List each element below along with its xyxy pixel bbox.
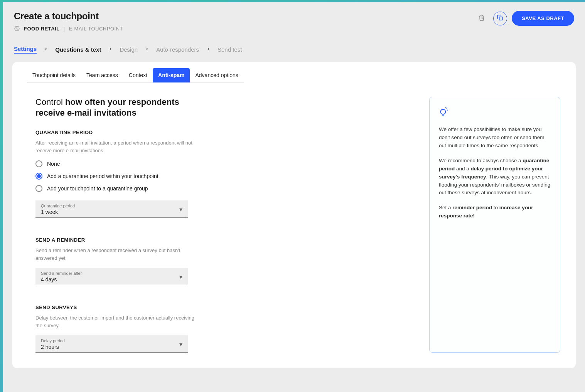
caret-down-icon: ▾ xyxy=(179,341,182,348)
breadcrumb-org: FOOD RETAIL xyxy=(24,26,60,32)
radio-label: None xyxy=(47,161,60,167)
tab-touchpoint-details[interactable]: Touchpoint details xyxy=(27,68,81,82)
send-surveys-desc: Delay between the customer import and th… xyxy=(35,314,197,329)
breadcrumb: FOOD RETAIL | E-MAIL TOUCHPOINT xyxy=(14,25,123,32)
radio-icon xyxy=(35,173,42,180)
wizard-steps: Settings Questions & text Design Auto-re… xyxy=(3,39,585,62)
delete-button[interactable] xyxy=(475,12,489,25)
quarantine-desc: After receiving an e-mail invitation, a … xyxy=(35,139,197,154)
radio-icon xyxy=(35,185,42,192)
tab-team-access[interactable]: Team access xyxy=(81,68,123,82)
dropdown-label: Send a reminder after xyxy=(41,271,82,276)
save-draft-button[interactable]: SAVE AS DRAFT xyxy=(512,11,574,26)
step-design[interactable]: Design xyxy=(120,46,138,53)
radio-quarantine-group[interactable]: Add your touchpoint to a quarantine grou… xyxy=(35,185,197,192)
svg-point-3 xyxy=(440,109,445,114)
info-p3: Set a reminder period to increase your r… xyxy=(439,204,551,220)
dropdown-label: Delay period xyxy=(41,338,65,343)
tab-advanced[interactable]: Advanced options xyxy=(190,68,243,82)
send-surveys-label: SEND SURVEYS xyxy=(35,305,197,310)
breadcrumb-type: E-MAIL TOUCHPOINT xyxy=(69,26,123,32)
dropdown-value: 1 week xyxy=(41,209,75,215)
duplicate-button[interactable] xyxy=(493,12,507,25)
radio-none[interactable]: None xyxy=(35,160,197,167)
settings-card: Touchpoint details Team access Context A… xyxy=(12,62,576,368)
subtabs: Touchpoint details Team access Context A… xyxy=(12,62,576,83)
radio-icon xyxy=(35,160,42,167)
dropdown-value: 4 days xyxy=(41,276,82,283)
chevron-right-icon xyxy=(206,47,211,52)
svg-line-5 xyxy=(447,108,447,108)
trash-icon xyxy=(478,14,485,22)
caret-down-icon: ▾ xyxy=(179,206,182,213)
radio-label: Add a quarantine period within your touc… xyxy=(47,173,158,179)
tab-context[interactable]: Context xyxy=(123,68,153,82)
dropdown-value: 2 hours xyxy=(41,344,65,350)
reminder-desc: Send a reminder when a respondent receiv… xyxy=(35,247,197,262)
step-send-test[interactable]: Send test xyxy=(217,46,242,53)
copy-icon xyxy=(497,14,504,22)
radio-within-touchpoint[interactable]: Add a quarantine period within your touc… xyxy=(35,173,197,180)
tab-anti-spam[interactable]: Anti-spam xyxy=(153,68,190,82)
svg-line-1 xyxy=(15,27,19,30)
quarantine-radio-group: None Add a quarantine period within your… xyxy=(35,160,197,192)
quarantine-period-dropdown[interactable]: Quarantine period 1 week ▾ xyxy=(35,200,188,218)
chevron-right-icon xyxy=(44,47,48,52)
radio-label: Add your touchpoint to a quarantine grou… xyxy=(47,185,148,192)
info-p2: We recommend to always choose a quaranti… xyxy=(439,157,551,197)
reminder-label: SEND A REMINDER xyxy=(35,237,197,243)
reminder-dropdown[interactable]: Send a reminder after 4 days ▾ xyxy=(35,268,188,285)
quarantine-label: QUARANTINE PERIOD xyxy=(35,130,197,135)
lightbulb-icon xyxy=(439,106,551,118)
chevron-right-icon xyxy=(145,47,149,52)
svg-line-7 xyxy=(445,107,446,108)
breadcrumb-separator: | xyxy=(64,26,65,32)
org-icon xyxy=(14,25,20,32)
chevron-right-icon xyxy=(108,47,113,52)
info-p1: We offer a few possibilities to make sur… xyxy=(439,126,551,150)
svg-rect-2 xyxy=(499,17,502,20)
step-settings[interactable]: Settings xyxy=(14,45,37,54)
delay-period-dropdown[interactable]: Delay period 2 hours ▾ xyxy=(35,335,188,353)
info-panel: We offer a few possibilities to make sur… xyxy=(429,97,560,353)
caret-down-icon: ▾ xyxy=(179,273,182,281)
page-title: Create a touchpoint xyxy=(14,11,123,22)
form-title: Control how often your respondents recei… xyxy=(35,97,197,118)
step-autoresponders[interactable]: Auto-responders xyxy=(156,46,199,53)
dropdown-label: Quarantine period xyxy=(41,204,75,208)
page-header: Create a touchpoint FOOD RETAIL | E-MAIL… xyxy=(3,2,585,39)
step-questions[interactable]: Questions & text xyxy=(55,46,101,53)
